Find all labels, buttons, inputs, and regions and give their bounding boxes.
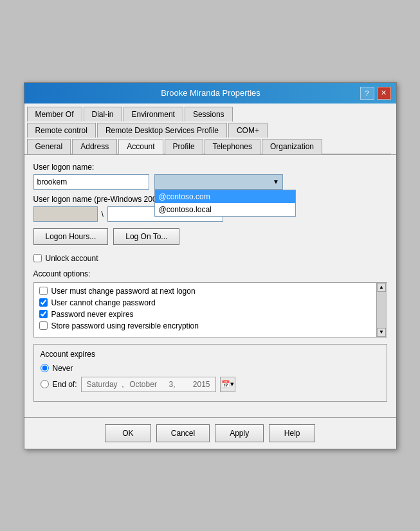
domain-option-contoso-local[interactable]: @contoso.local <box>155 203 295 216</box>
action-buttons-row: Logon Hours... Log On To... <box>33 228 387 245</box>
option-row-2: Password never expires <box>39 310 381 319</box>
tab-remote-control[interactable]: Remote control <box>27 123 96 138</box>
scrollbar-track <box>377 292 386 328</box>
end-of-label: End of: <box>53 380 77 389</box>
log-on-to-button[interactable]: Log On To... <box>113 228 179 245</box>
ok-button[interactable]: OK <box>105 424 151 442</box>
option-checkbox-3[interactable] <box>39 321 48 330</box>
title-bar: Brooke Miranda Properties ? ✕ <box>24 83 396 104</box>
tabs-container: Member Of Dial-in Environment Sessions R… <box>24 104 396 154</box>
title-bar-buttons: ? ✕ <box>360 87 391 100</box>
tab-general[interactable]: General <box>27 139 71 154</box>
option-label-0: User must change password at next logon <box>51 287 196 296</box>
tab-telephones[interactable]: Telephones <box>205 139 260 154</box>
pre-win-domain-input[interactable] <box>33 206 98 222</box>
tab-organization[interactable]: Organization <box>262 139 322 154</box>
apply-button[interactable]: Apply <box>215 424 264 442</box>
tab-profile[interactable]: Profile <box>165 139 203 154</box>
date-field: Saturday , October 3, 2015 📅▾ <box>81 377 235 392</box>
option-label-2: Password never expires <box>51 310 134 319</box>
tab-rdp-profile[interactable]: Remote Desktop Services Profile <box>97 123 227 138</box>
bottom-buttons: OK Cancel Apply Help <box>24 417 396 449</box>
never-radio[interactable] <box>41 364 49 372</box>
account-options-label: Account options: <box>33 269 387 278</box>
domain-dropdown-list: @contoso.com @contoso.local <box>154 190 296 217</box>
tab-account[interactable]: Account <box>118 139 163 154</box>
option-checkbox-2[interactable] <box>39 310 48 318</box>
account-expires-box: Account expires Never End of: Saturday ,… <box>33 344 387 402</box>
option-label-1: User cannot change password <box>51 298 156 307</box>
option-row-1: User cannot change password <box>39 298 381 307</box>
end-of-radio[interactable] <box>41 380 49 388</box>
logon-name-label: User logon name: <box>33 163 387 172</box>
scrollbar-down[interactable]: ▼ <box>377 328 386 337</box>
properties-dialog: Brooke Miranda Properties ? ✕ Member Of … <box>24 82 397 449</box>
help-title-button[interactable]: ? <box>360 87 374 100</box>
expires-title: Account expires <box>41 350 380 359</box>
logon-name-row: ▼ @contoso.com @contoso.local <box>33 174 387 190</box>
pre-win-separator: \ <box>102 210 104 219</box>
close-title-button[interactable]: ✕ <box>377 87 391 100</box>
unlock-account-checkbox[interactable] <box>33 254 42 262</box>
option-row-3: Store password using reversible encrypti… <box>39 321 381 330</box>
never-radio-row: Never <box>41 364 380 373</box>
content-area: User logon name: ▼ @contoso.com @contoso… <box>24 154 396 417</box>
scrollbar-up[interactable]: ▲ <box>377 283 386 292</box>
never-label: Never <box>53 364 73 373</box>
date-day-num: 3, <box>169 380 181 389</box>
tab-environment[interactable]: Environment <box>123 107 183 122</box>
date-picker-button[interactable]: 📅▾ <box>220 377 235 392</box>
domain-option-contoso-com[interactable]: @contoso.com <box>155 190 295 203</box>
logon-hours-button[interactable]: Logon Hours... <box>33 228 109 245</box>
tab-row-3: General Address Account Profile Telephon… <box>27 138 394 154</box>
date-month: October <box>129 380 157 389</box>
domain-dropdown-arrow[interactable]: ▼ <box>270 174 283 190</box>
tab-sessions[interactable]: Sessions <box>185 107 233 122</box>
option-row-0: User must change password at next logon <box>39 287 381 296</box>
cancel-button[interactable]: Cancel <box>156 424 210 442</box>
unlock-account-label: Unlock account <box>46 254 98 263</box>
domain-dropdown-wrapper: ▼ @contoso.com @contoso.local <box>154 174 283 190</box>
logon-name-input[interactable] <box>33 174 149 190</box>
account-options-box: User must change password at next logon … <box>33 282 387 338</box>
tab-com-plus[interactable]: COM+ <box>228 123 268 138</box>
date-year: 2015 <box>193 380 210 389</box>
domain-input[interactable] <box>154 174 283 190</box>
dialog-title: Brooke Miranda Properties <box>62 88 360 98</box>
option-label-3: Store password using reversible encrypti… <box>51 321 199 330</box>
unlock-account-row: Unlock account <box>33 254 387 263</box>
tab-row-1: Member Of Dial-in Environment Sessions <box>27 106 394 121</box>
date-day: Saturday <box>87 380 118 389</box>
option-checkbox-0[interactable] <box>39 287 48 295</box>
tab-row-2: Remote control Remote Desktop Services P… <box>27 122 394 137</box>
help-button[interactable]: Help <box>269 424 315 442</box>
end-of-radio-row: End of: Saturday , October 3, 2015 📅▾ <box>41 377 380 392</box>
tab-address[interactable]: Address <box>72 139 117 154</box>
option-checkbox-1[interactable] <box>39 298 48 307</box>
tab-member-of[interactable]: Member Of <box>27 107 82 122</box>
date-input-display[interactable]: Saturday , October 3, 2015 <box>81 377 216 392</box>
tab-dial-in[interactable]: Dial-in <box>84 107 122 122</box>
options-scrollbar: ▲ ▼ <box>376 283 387 337</box>
